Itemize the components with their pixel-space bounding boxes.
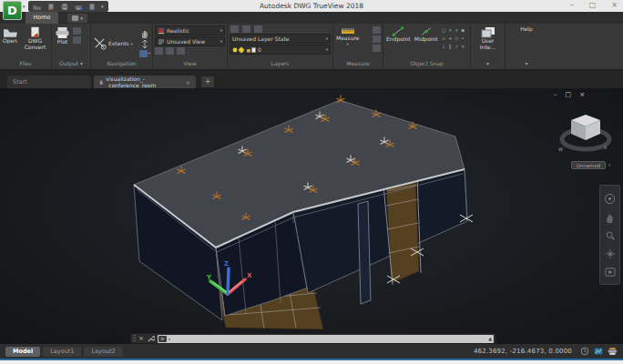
output-overflow-icon: ▾ xyxy=(80,60,83,66)
close-tab-icon[interactable]: × xyxy=(186,79,190,86)
plot-icon[interactable] xyxy=(60,3,69,11)
ribbon-panel-help: Help ▾ xyxy=(506,24,547,69)
command-prompt-caret-icon[interactable]: ▾ xyxy=(169,337,170,341)
quadrant-snap-icon[interactable]: ▫ xyxy=(441,35,447,43)
command-prompt-icon[interactable]: > xyxy=(158,336,167,342)
list-button[interactable] xyxy=(373,35,381,43)
visual-style-icon xyxy=(158,27,165,35)
center-snap-icon[interactable]: ○ xyxy=(441,26,447,35)
quick-measure-button[interactable] xyxy=(373,26,381,34)
layer-properties-button[interactable] xyxy=(230,25,239,33)
plot-status-icon[interactable] xyxy=(608,347,618,356)
file-tab-active-document[interactable]: visualization_-_conference_room × xyxy=(94,76,196,88)
model-tab[interactable]: Model xyxy=(5,347,40,357)
ribbon: Open DWG Convert Files Plot Output ▾ Ext xyxy=(0,24,623,70)
layer-isolate-button[interactable] xyxy=(242,25,250,33)
new-tab-button[interactable]: + xyxy=(201,76,214,87)
command-history-icon[interactable]: ▲ xyxy=(488,336,492,341)
visual-style-dropdown[interactable]: Realistic ▾ xyxy=(155,25,225,35)
open-file-icon[interactable] xyxy=(33,3,42,11)
layout2-tab[interactable]: Layout2 xyxy=(84,347,122,357)
command-line-customize-wrench-icon[interactable] xyxy=(147,335,155,343)
layer-thaw-sun-icon xyxy=(239,46,245,53)
geometric-center-snap-icon[interactable]: + xyxy=(447,35,454,43)
qat-overflow-icon[interactable]: ▾ xyxy=(101,4,104,9)
application-menu-caret-icon[interactable]: ▾ xyxy=(23,4,26,9)
view-manager-button[interactable] xyxy=(166,47,174,55)
apparent-intersection-snap-icon[interactable]: • xyxy=(460,35,466,43)
intersection-snap-icon[interactable]: × xyxy=(454,26,460,35)
endpoint-snap-button[interactable]: Endpoint xyxy=(385,25,412,60)
orbit-tool-icon[interactable] xyxy=(605,248,616,259)
viewcube-west-label: W xyxy=(558,147,563,152)
dwg-convert-icon[interactable] xyxy=(46,3,56,11)
zoom-vertical-icon[interactable] xyxy=(141,40,148,48)
viewport-config-button[interactable] xyxy=(155,47,163,55)
command-line-bar[interactable]: × > ▾ ▲ xyxy=(130,333,496,344)
insertion-snap-icon[interactable]: ▪ xyxy=(460,26,466,35)
locate-point-button[interactable] xyxy=(373,45,381,52)
layer-dropdown[interactable]: 0 ▾ xyxy=(230,45,331,55)
pan-hand-icon[interactable] xyxy=(140,29,149,38)
graphics-performance-icon[interactable] xyxy=(594,347,603,356)
orbit-icon[interactable] xyxy=(93,36,107,50)
layer-state-dropdown[interactable]: Unsaved Layer State ▾ xyxy=(230,34,331,44)
batch-plot-button[interactable] xyxy=(73,27,81,35)
files-panel-label: Files xyxy=(0,60,51,69)
plot-button[interactable]: Plot xyxy=(54,25,71,60)
nearest-snap-icon[interactable]: ◇ xyxy=(454,35,460,43)
window-zoom-caret-icon[interactable]: ▾ xyxy=(148,51,150,56)
page-setup-icon[interactable] xyxy=(87,3,97,11)
perpendicular-snap-icon[interactable]: ⊥ xyxy=(441,43,447,51)
workspace-switcher-button[interactable]: ▾ xyxy=(67,14,87,23)
show-motion-icon[interactable] xyxy=(605,268,616,277)
viewport-restore-icon[interactable]: □ xyxy=(566,91,572,98)
named-view-dropdown[interactable]: Unsaved View ▾ xyxy=(155,36,225,46)
help-button[interactable]: Help xyxy=(519,25,534,60)
minimize-button[interactable]: – xyxy=(570,1,574,10)
user-interface-overflow-icon[interactable]: ▾ xyxy=(471,60,505,69)
viewport-close-icon[interactable]: × xyxy=(579,91,585,98)
help-label: Help xyxy=(520,26,533,33)
viewport-minimize-icon[interactable]: – xyxy=(554,91,557,98)
viewcube-view-name-caret-icon[interactable]: ▾ xyxy=(608,163,610,167)
layer-color-swatch xyxy=(252,47,256,52)
command-input[interactable] xyxy=(172,335,486,342)
object-snap-panel-label: Object Snap xyxy=(383,60,470,69)
close-button[interactable]: × xyxy=(611,1,618,10)
model-canvas: Y Z X W S xyxy=(0,88,623,344)
extension-snap-icon[interactable]: ∕ xyxy=(454,43,460,51)
help-overflow-icon[interactable]: ▾ xyxy=(506,60,547,69)
parallel-snap-icon[interactable]: ∥ xyxy=(447,43,454,51)
new-view-button[interactable] xyxy=(177,47,185,55)
status-bar-icons xyxy=(580,347,618,356)
node-snap-icon[interactable]: × xyxy=(447,26,454,35)
application-menu-button[interactable]: D xyxy=(3,1,22,20)
command-line-grip[interactable] xyxy=(133,335,136,342)
command-line-close-icon[interactable]: × xyxy=(138,335,144,342)
open-button[interactable]: Open xyxy=(2,25,19,60)
viewcube-view-name-badge[interactable]: Unnamed xyxy=(571,161,606,169)
layout1-tab[interactable]: Layout1 xyxy=(43,347,81,357)
midpoint-snap-button[interactable]: Midpoint xyxy=(414,25,439,60)
viewcube[interactable]: W S xyxy=(558,115,609,152)
maximize-button[interactable]: □ xyxy=(589,1,597,10)
command-input-field[interactable]: > ▾ ▲ xyxy=(158,335,494,343)
tab-home[interactable]: Home xyxy=(26,12,58,24)
window-zoom-icon[interactable] xyxy=(139,50,148,57)
zoom-tool-icon[interactable] xyxy=(605,230,616,241)
isolate-objects-icon[interactable] xyxy=(580,347,589,356)
batch-plot-icon[interactable] xyxy=(74,3,83,11)
drawing-viewport[interactable]: Y Z X W S – □ × Unnamed ▾ xyxy=(0,88,623,344)
pan-tool-icon[interactable] xyxy=(605,213,615,223)
zoom-extents-button[interactable]: Extents ▾ xyxy=(108,40,133,46)
snap-off-icon[interactable]: × xyxy=(460,43,466,51)
full-navigation-wheel-icon[interactable] xyxy=(604,193,616,205)
dwg-convert-button[interactable]: DWG Convert xyxy=(21,25,50,60)
layer-unisolate-button[interactable] xyxy=(254,25,262,33)
measure-button[interactable]: Measure ▾ xyxy=(335,25,361,60)
preview-button[interactable] xyxy=(73,36,81,44)
file-tab-start[interactable]: Start xyxy=(7,76,91,88)
named-view-value: Unsaved View xyxy=(167,38,205,45)
user-interface-button[interactable]: User Inte... xyxy=(473,25,503,60)
